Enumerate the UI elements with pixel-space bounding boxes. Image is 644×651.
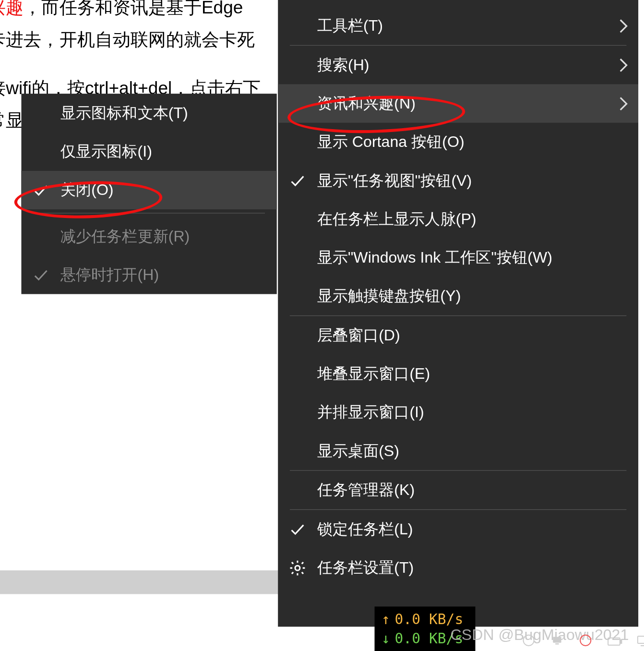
svg-point-0 — [295, 566, 300, 570]
menu-item-label: 工具栏(T) — [317, 15, 383, 36]
menu-item-label: 锁定任务栏(L) — [317, 519, 413, 540]
svg-rect-6 — [620, 640, 621, 643]
menu-side-by-side-windows[interactable]: 并排显示窗口(I) — [278, 393, 638, 432]
svg-rect-7 — [638, 636, 644, 643]
gear-icon — [288, 559, 306, 577]
menu-show-cortana-button[interactable]: 显示 Cortana 按钮(O) — [278, 123, 638, 161]
tray-icon[interactable] — [522, 633, 536, 648]
arrow-up-icon: ↑ — [381, 611, 391, 628]
check-icon — [32, 266, 50, 284]
menu-search[interactable]: 搜索(H) — [278, 46, 638, 84]
svg-rect-2 — [553, 637, 561, 642]
menu-toolbars[interactable]: 工具栏(T) — [278, 7, 638, 45]
submenu-reduce-updates: 减少任务栏更新(R) — [21, 217, 276, 255]
submenu-show-icon-only[interactable]: 仅显示图标(I) — [21, 132, 276, 170]
menu-item-label: 并排显示窗口(I) — [317, 402, 424, 422]
menu-task-manager[interactable]: 任务管理器(K) — [278, 471, 638, 509]
menu-show-windows-ink[interactable]: 显示"Windows Ink 工作区"按钮(W) — [278, 238, 638, 277]
tray-icon[interactable] — [578, 633, 593, 648]
svg-rect-5 — [608, 638, 620, 645]
menu-show-task-view-button[interactable]: 显示"任务视图"按钮(V) — [278, 161, 638, 200]
menu-item-label: 仅显示图标(I) — [60, 141, 152, 162]
menu-item-label: 显示桌面(S) — [317, 441, 399, 461]
menu-item-label: 显示"Windows Ink 工作区"按钮(W) — [317, 247, 552, 268]
bg-line-3b: 常显 — [0, 104, 24, 136]
menu-news-and-interests[interactable]: 资讯和兴趣(N) — [278, 84, 638, 122]
menu-item-label: 堆叠显示窗口(E) — [317, 363, 430, 384]
menu-cascade-windows[interactable]: 层叠窗口(D) — [278, 316, 638, 354]
menu-show-touch-keyboard[interactable]: 显示触摸键盘按钮(Y) — [278, 277, 638, 315]
menu-item-label: 在任务栏上显示人脉(P) — [317, 209, 477, 229]
svg-point-4 — [580, 635, 591, 646]
menu-separator — [33, 213, 265, 213]
check-icon — [32, 181, 50, 199]
check-icon — [288, 520, 306, 538]
menu-item-label: 显示 Cortana 按钮(O) — [317, 132, 465, 152]
menu-show-people[interactable]: 在任务栏上显示人脉(P) — [278, 200, 638, 238]
tray-icon[interactable] — [550, 633, 564, 648]
check-icon — [288, 172, 306, 190]
arrow-down-icon: ↓ — [381, 630, 391, 647]
tray-icon[interactable] — [607, 633, 622, 648]
menu-item-label: 层叠窗口(D) — [317, 325, 400, 346]
tray-icon[interactable] — [636, 634, 644, 647]
menu-stack-windows[interactable]: 堆叠显示窗口(E) — [278, 355, 638, 393]
menu-item-label: 任务栏设置(T) — [317, 557, 414, 578]
submenu-turn-off[interactable]: 关闭(O) — [21, 171, 276, 209]
svg-rect-3 — [555, 643, 559, 644]
menu-taskbar-settings[interactable]: 任务栏设置(T) — [278, 548, 638, 587]
bg-line-2: 卡进去，开机自动联网的就会卡死 — [0, 24, 255, 56]
menu-item-label: 任务管理器(K) — [317, 480, 415, 500]
svg-point-1 — [524, 635, 534, 646]
background-strip — [0, 570, 278, 594]
menu-item-label: 显示图标和文本(T) — [60, 103, 188, 123]
menu-show-desktop[interactable]: 显示桌面(S) — [278, 432, 638, 470]
menu-item-label: 关闭(O) — [60, 180, 114, 200]
system-tray — [522, 633, 644, 648]
chevron-right-icon — [618, 96, 629, 111]
chevron-right-icon — [618, 57, 629, 72]
chevron-right-icon — [618, 18, 629, 34]
menu-lock-taskbar[interactable]: 锁定任务栏(L) — [278, 510, 638, 548]
menu-item-label: 显示触摸键盘按钮(Y) — [317, 286, 461, 306]
submenu-show-icon-and-text[interactable]: 显示图标和文本(T) — [21, 94, 276, 132]
menu-item-label: 资讯和兴趣(N) — [317, 93, 416, 114]
taskbar-context-menu: 工具栏(T) 搜索(H) 资讯和兴趣(N) 显示 Cortana 按钮(O) — [278, 0, 638, 627]
menu-item-label: 悬停时打开(H) — [60, 265, 159, 285]
submenu-open-on-hover: 悬停时打开(H) — [21, 255, 276, 294]
news-interests-submenu: 显示图标和文本(T) 仅显示图标(I) 关闭(O) 减少任务栏更新(R) 悬停时… — [21, 94, 276, 294]
bg-line-1: 兴趣，而任务和资讯是基于Edge — [0, 0, 243, 24]
menu-item-label: 减少任务栏更新(R) — [60, 226, 190, 247]
menu-item-label: 搜索(H) — [317, 55, 370, 75]
menu-item-label: 显示"任务视图"按钮(V) — [317, 170, 472, 191]
